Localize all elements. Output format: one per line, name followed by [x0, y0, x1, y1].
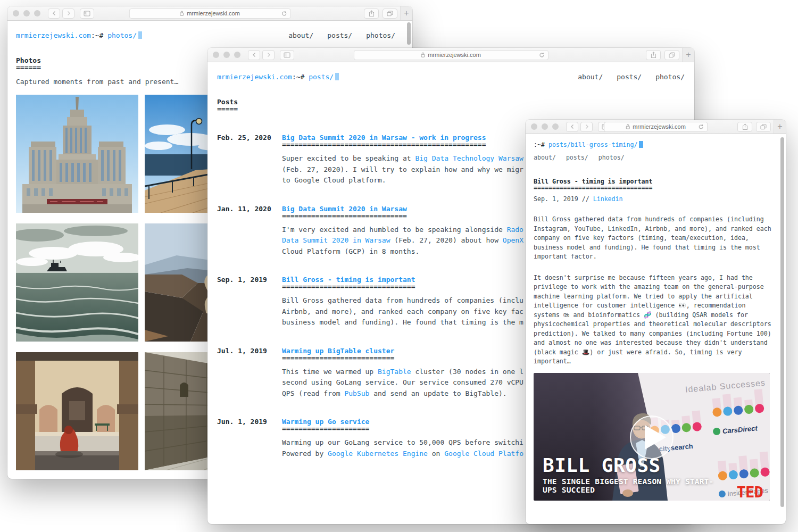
- photo-temple-courtyard[interactable]: [16, 352, 138, 470]
- lock-icon: [180, 11, 184, 16]
- tabs-button[interactable]: [383, 9, 397, 19]
- post-date: Sep. 1, 2019: [534, 195, 578, 203]
- prompt-path: photos/: [107, 31, 137, 39]
- post-meta: Sep. 1, 2019 // Linkedin: [534, 195, 777, 203]
- post-date: Jul. 1, 2019: [217, 347, 282, 400]
- video-caption: BILL GROSS THE SINGLE BIGGEST REASON WHY…: [543, 456, 721, 494]
- nav-about-link[interactable]: about/: [578, 73, 603, 81]
- new-tab-button[interactable]: +: [774, 120, 786, 134]
- inline-link[interactable]: Data Summit 2020 in Warsaw: [282, 236, 390, 244]
- page-title-block: Posts =====: [217, 98, 685, 112]
- terminal-prompt: mrmierzejewski.com:~# photos/: [16, 31, 142, 39]
- tabs-button[interactable]: [756, 122, 771, 132]
- share-button[interactable]: [364, 9, 379, 19]
- nav-posts-link[interactable]: posts/: [617, 73, 642, 81]
- terminal-prompt: mrmierzejewski.com:~# posts/: [217, 73, 339, 81]
- scrollbar-thumb[interactable]: [780, 137, 784, 507]
- video-talk-title: THE SINGLE BIGGEST REASON WHY START-UPS …: [543, 477, 721, 494]
- back-button[interactable]: [248, 50, 260, 60]
- post-detail-page: :~# posts/bill-gross-timing/ about/ post…: [526, 134, 786, 501]
- forward-button[interactable]: [262, 50, 275, 60]
- post-date: Feb. 25, 2020: [217, 134, 282, 186]
- post-paragraph: It doesn't surprise me because fifteen y…: [534, 273, 777, 367]
- nav-photos-link[interactable]: photos/: [598, 153, 625, 162]
- post-date: Jan. 11, 2020: [217, 205, 282, 257]
- nav-posts-link[interactable]: posts/: [327, 31, 352, 39]
- minimize-button[interactable]: [542, 123, 548, 130]
- close-button[interactable]: [213, 52, 219, 58]
- window-titlebar: mrmierzejewski.com +: [7, 6, 412, 21]
- prompt-host[interactable]: mrmierzejewski.com: [16, 31, 91, 39]
- share-button[interactable]: [737, 122, 752, 132]
- nav-photos-link[interactable]: photos/: [366, 31, 395, 39]
- new-tab-button[interactable]: +: [682, 48, 694, 62]
- traffic-lights: [213, 52, 240, 58]
- photo-palace-of-culture[interactable]: [16, 95, 138, 213]
- url-text: mrmierzejewski.com: [633, 123, 686, 130]
- share-button[interactable]: [646, 50, 661, 60]
- url-field[interactable]: mrmierzejewski.com: [354, 50, 548, 60]
- sidebar-toggle-button[interactable]: [280, 50, 294, 60]
- back-button[interactable]: [566, 122, 578, 132]
- page-title-underline: =====: [217, 106, 685, 112]
- inline-link[interactable]: BigTable: [378, 368, 411, 376]
- terminal-cursor: [335, 73, 339, 80]
- browser-window-post-detail: mrmierzejewski.com + :~# posts/bill-gros…: [526, 120, 786, 524]
- forward-button[interactable]: [62, 9, 74, 19]
- nav-about-link[interactable]: about/: [288, 31, 313, 39]
- lock-icon: [626, 124, 630, 129]
- close-button[interactable]: [13, 10, 19, 16]
- inline-link[interactable]: PubSub: [344, 389, 369, 397]
- url-text: mrmierzejewski.com: [187, 10, 240, 16]
- inline-link[interactable]: Big Data Technology Warsaw: [415, 154, 523, 162]
- terminal-cursor: [138, 31, 142, 39]
- reload-icon[interactable]: [539, 52, 545, 58]
- photo-sea-ship[interactable]: [16, 223, 138, 342]
- zoom-button[interactable]: [34, 10, 40, 16]
- zoom-button[interactable]: [552, 123, 559, 130]
- close-button[interactable]: [531, 123, 537, 130]
- zoom-button[interactable]: [234, 52, 240, 58]
- lock-icon: [421, 52, 425, 57]
- traffic-lights: [13, 10, 40, 16]
- scrollbar-thumb[interactable]: [407, 22, 411, 45]
- url-field[interactable]: mrmierzejewski.com: [604, 122, 708, 132]
- url-text: mrmierzejewski.com: [428, 52, 481, 58]
- post-paragraph: Bill Gross gathered data from hundreds o…: [534, 215, 777, 262]
- window-titlebar: mrmierzejewski.com +: [207, 48, 694, 62]
- window-titlebar: mrmierzejewski.com +: [526, 120, 786, 134]
- new-tab-button[interactable]: +: [400, 6, 412, 20]
- traffic-lights: [531, 123, 559, 130]
- inline-link[interactable]: Google Cloud Platfo: [444, 450, 523, 458]
- forward-button[interactable]: [580, 122, 593, 132]
- terminal-prompt: :~# posts/bill-gross-timing/: [534, 140, 777, 149]
- minimize-button[interactable]: [23, 10, 30, 16]
- minimize-button[interactable]: [223, 52, 230, 58]
- post-title-underline: ================================: [534, 185, 777, 191]
- inline-link[interactable]: Rado: [507, 226, 523, 234]
- desktop: mrmierzejewski.com + mrmierzejewski.com:…: [0, 0, 798, 532]
- nav-posts-link[interactable]: posts/: [566, 153, 588, 162]
- post-date: Jun. 1, 2019: [217, 418, 282, 459]
- post-title-block: Bill Gross - timing is important =======…: [534, 178, 777, 191]
- nav-photos-link[interactable]: photos/: [655, 73, 685, 81]
- inline-link[interactable]: Google Kubernetes Engine: [328, 450, 428, 458]
- linkedin-link[interactable]: Linkedin: [593, 195, 623, 203]
- sidebar-toggle-button[interactable]: [80, 9, 94, 19]
- reload-icon[interactable]: [281, 11, 287, 16]
- video-speaker-name: BILL GROSS: [543, 456, 721, 475]
- tabs-button[interactable]: [664, 50, 679, 60]
- prompt-host[interactable]: mrmierzejewski.com: [217, 73, 292, 81]
- terminal-cursor: [639, 141, 643, 148]
- page-title: Posts: [217, 98, 685, 106]
- site-nav: about/ posts/ photos/: [578, 73, 685, 81]
- prompt-path: posts/bill-gross-timing/: [548, 141, 638, 148]
- url-field[interactable]: mrmierzejewski.com: [129, 9, 290, 19]
- post-date: Sep. 1, 2019: [217, 276, 282, 328]
- back-button[interactable]: [48, 9, 60, 19]
- inline-link[interactable]: OpenX: [503, 236, 523, 244]
- reload-icon[interactable]: [698, 124, 704, 130]
- site-nav: about/ posts/ photos/: [288, 31, 404, 39]
- ted-video-embed[interactable]: Idealab Successes citysearch: [534, 373, 770, 501]
- nav-about-link[interactable]: about/: [534, 153, 556, 162]
